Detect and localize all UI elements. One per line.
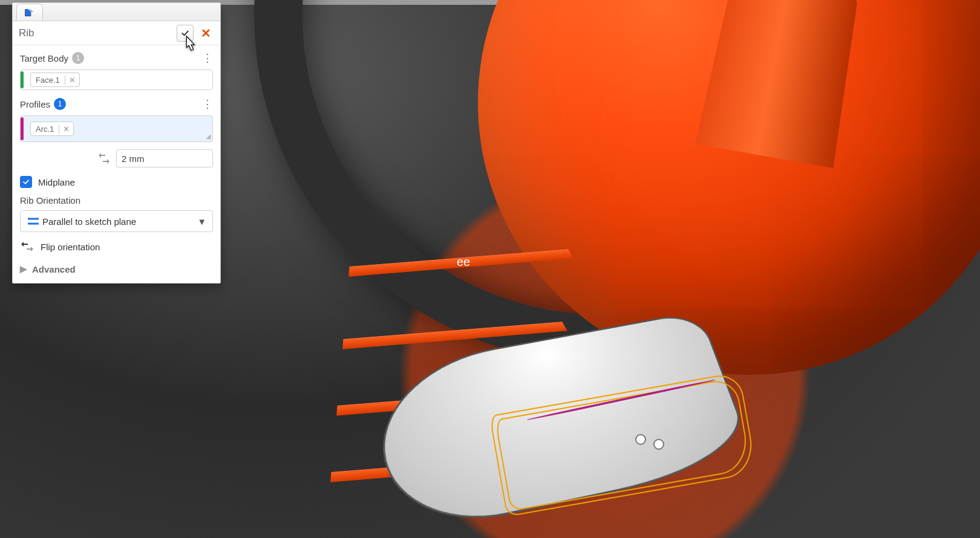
midplane-checkbox[interactable] [20, 176, 32, 188]
advanced-label: Advanced [32, 264, 76, 274]
remove-chip-icon[interactable]: ✕ [65, 76, 79, 85]
selection-color-bar [21, 117, 24, 140]
close-icon: ✕ [201, 26, 211, 41]
rib-orientation-value: Parallel to sketch plane [42, 216, 136, 227]
dialog-title: Rib [19, 27, 173, 39]
selection-color-bar [21, 71, 24, 88]
chip-label: Face.1 [31, 76, 65, 85]
feature-tab[interactable] [16, 4, 43, 21]
profiles-count: 1 [54, 98, 66, 110]
rib-dialog: Rib ✕ Target Body 1 ⋮ Face.1 ✕ Profiles … [12, 2, 221, 284]
drag-handle[interactable] [653, 439, 664, 450]
rib-orientation-label: Rib Orientation [13, 190, 220, 208]
dialog-tabbar [13, 3, 220, 21]
flip-orientation-label: Flip orientation [41, 242, 100, 252]
target-body-chip[interactable]: Face.1 ✕ [30, 73, 80, 87]
target-body-menu[interactable]: ⋮ [201, 54, 213, 62]
viewport-annotation: ee [457, 255, 470, 269]
chevron-right-icon: ▶ [20, 264, 27, 274]
check-icon [180, 28, 190, 38]
resize-grip-icon[interactable]: ◢ [206, 132, 211, 140]
rib-orientation-select[interactable]: Parallel to sketch plane ▼ [20, 210, 213, 232]
target-body-label: Target Body [20, 53, 68, 63]
chevron-down-icon: ▼ [197, 216, 206, 227]
midplane-label: Midplane [38, 177, 75, 187]
flip-orientation-icon [20, 239, 34, 254]
flip-orientation-button[interactable]: Flip orientation [13, 236, 220, 258]
profile-chip[interactable]: Arc.1 ✕ [30, 122, 74, 136]
parallel-plane-icon [27, 216, 42, 226]
remove-chip-icon[interactable]: ✕ [59, 125, 73, 134]
cancel-button[interactable]: ✕ [197, 25, 214, 42]
drag-handle[interactable] [635, 434, 646, 445]
rib-feature-icon [23, 6, 36, 19]
advanced-toggle[interactable]: ▶ Advanced [13, 258, 220, 283]
thickness-input[interactable] [116, 149, 213, 167]
ok-button[interactable] [177, 25, 194, 42]
profiles-selector[interactable]: Arc.1 ✕ ◢ [20, 115, 213, 142]
flip-direction-icon[interactable] [97, 151, 111, 166]
profiles-label: Profiles [20, 99, 50, 109]
chip-label: Arc.1 [31, 125, 59, 134]
target-body-count: 1 [72, 52, 84, 64]
check-icon [22, 178, 30, 186]
target-body-selector[interactable]: Face.1 ✕ [20, 70, 213, 90]
profiles-menu[interactable]: ⋮ [201, 100, 213, 108]
dialog-titlebar: Rib ✕ [13, 21, 220, 45]
